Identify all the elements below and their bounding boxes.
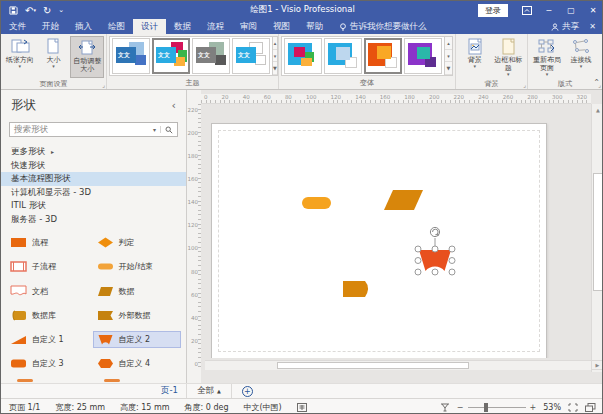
custom-3-shape-icon [10,358,27,369]
search-icon[interactable] [161,126,177,134]
more-shapes-item[interactable]: 更多形状▸ [1,145,186,159]
status-height[interactable]: 高度: 15 mm [120,402,170,413]
tab-help[interactable]: 帮助 [298,19,331,34]
search-shapes-input[interactable]: 搜索形状 ▾ [9,122,178,137]
themes-scroll-up-icon[interactable]: ▴ [273,37,277,50]
presentation-mode-icon[interactable] [440,403,450,412]
category-computers-monitors[interactable]: 计算机和显示器 - 3D [1,186,186,200]
status-width[interactable]: 宽度: 25 mm [55,402,105,413]
share-button[interactable]: 共享 [551,21,579,33]
status-language[interactable]: 中文(中国) [243,402,281,413]
shape-data[interactable] [384,190,423,210]
stencil-item-custom-2[interactable]: 自定义 2 [94,332,181,347]
tab-home[interactable]: 开始 [34,19,67,34]
stencil-item-document[interactable]: 文档 [7,283,94,299]
all-pages-button[interactable]: 全部▲ [187,384,232,398]
undo-icon[interactable]: ↶▾ [25,5,36,16]
ribbon-display-options-icon[interactable] [516,1,538,19]
theme-thumbnail-3[interactable]: 文文 [192,38,230,74]
background-button[interactable]: 背景 ▾ [458,36,492,78]
variant-thumbnail-3-selected[interactable] [364,38,402,74]
zoom-out-icon[interactable]: − [457,403,464,412]
tab-file[interactable]: 文件 [1,19,34,34]
stencil-item-decision[interactable]: 判定 [94,235,181,250]
zoom-slider-thumb[interactable] [484,403,488,412]
canvas-viewport[interactable] [201,104,591,358]
zoom-slider[interactable]: − + [457,403,536,412]
shape-custom-1[interactable] [343,280,371,297]
collapse-panel-icon[interactable]: ‹ [172,99,176,112]
category-basic-flowchart[interactable]: 基本流程图形状 [1,172,186,186]
minimize-icon[interactable]: ─ [538,1,560,19]
page-setup-dialog-launcher-icon[interactable]: ⌟ [102,81,105,88]
tab-view[interactable]: 视图 [265,19,298,34]
tab-data[interactable]: 数据 [166,19,199,34]
v-scroll-thumb[interactable] [593,173,603,291]
status-page-count[interactable]: 页面 1/1 [9,402,40,413]
themes-gallery-more-icon[interactable]: ▼ [273,62,277,75]
tab-insert[interactable]: 插入 [67,19,100,34]
stencil-item-subprocess[interactable]: 子流程 [7,259,94,274]
stencil-item-database[interactable]: 数据库 [7,308,94,323]
category-quick-shapes[interactable]: 快速形状 [1,159,186,173]
variant-thumbnail-4[interactable] [404,38,442,74]
stencil-item-start-end[interactable]: 开始/结束 [94,259,181,274]
variant-thumbnail-2[interactable] [324,38,362,74]
h-scroll-thumb[interactable] [277,362,469,369]
page-tab-1[interactable]: 页-1 [153,384,187,398]
backgrounds-dialog-launcher-icon[interactable]: ⌟ [523,81,526,88]
stencil-item-external-data[interactable]: 外部数据 [94,308,181,323]
save-icon[interactable] [9,6,18,15]
tab-review[interactable]: 审阅 [232,19,265,34]
tell-me-box[interactable]: 告诉我你想要做什么 [331,19,435,34]
scroll-up-icon[interactable]: ▲ [592,104,603,115]
variants-scroll-down-icon[interactable]: ▾ [445,50,452,63]
stencil-item-custom-1[interactable]: 自定义 1 [7,332,94,347]
tab-process[interactable]: 流程 [199,19,232,34]
tab-design[interactable]: 设计 [133,19,166,34]
stencil-item-data[interactable]: 数据 [94,283,181,299]
shape-custom-2-selected[interactable] [406,223,470,285]
stencil-item-process[interactable]: 流程 [7,235,94,250]
variants-gallery-more-icon[interactable]: ▼ [445,62,452,75]
collapse-ribbon-icon[interactable]: ⌃ [593,78,600,87]
status-bar: 页面 1/1 宽度: 25 mm 高度: 15 mm 角度: 0 deg 中文(… [1,398,603,414]
borders-titles-button[interactable]: 边框和标题 ▾ [492,36,526,78]
orientation-button[interactable]: 纸张方向 ▾ [3,36,37,78]
relayout-page-button[interactable]: 重新布局页面 ▾ [530,36,564,78]
drawing-page[interactable] [211,123,547,358]
vertical-scrollbar[interactable]: ▲ ▼ [591,104,603,372]
close-document-icon[interactable]: ✕ [589,22,596,31]
close-icon[interactable]: ✕ [582,1,603,19]
tab-draw[interactable]: 绘图 [100,19,133,34]
zoom-in-icon[interactable]: + [530,403,537,412]
autosize-button[interactable]: 自动调整大小 [70,36,104,78]
size-button[interactable]: 大小 ▾ [37,36,71,78]
search-dropdown-icon[interactable]: ▾ [149,126,161,133]
connectors-button[interactable]: 连接线 ▾ [564,36,598,78]
horizontal-scrollbar[interactable] [205,360,591,370]
scroll-right-icon[interactable]: ▶ [591,360,603,370]
shape-start-end[interactable] [302,197,331,209]
variants-scroll-up-icon[interactable]: ▴ [445,37,452,50]
page-margin-guide [218,130,540,352]
theme-thumbnail-2-selected[interactable]: 文文 [152,38,190,74]
fit-page-icon[interactable] [568,403,578,412]
stencil-item-custom-3[interactable]: 自定义 3 [7,356,94,371]
sign-in-button[interactable]: 登录 [478,4,508,17]
category-itil[interactable]: ITIL 形状 [1,199,186,213]
stencil-item-custom-4[interactable]: 自定义 4 [94,356,181,371]
add-page-button[interactable]: + [242,386,253,397]
theme-thumbnail-4[interactable]: 文文 [232,38,270,74]
customize-qat-icon[interactable]: ⌄ [58,6,64,14]
drawing-canvas[interactable]: 0204060801001201401601802002202402602803… [201,90,603,383]
themes-scroll-down-icon[interactable]: ▾ [273,50,277,63]
variant-thumbnail-1[interactable] [284,38,322,74]
redo-icon[interactable]: ↻ [43,5,51,16]
zoom-percent[interactable]: 53% [543,403,561,412]
switch-windows-icon[interactable] [585,403,596,412]
status-angle[interactable]: 角度: 0 deg [185,402,229,413]
category-servers-3d[interactable]: 服务器 - 3D [1,213,186,227]
theme-thumbnail-1[interactable]: 文文 [112,38,150,74]
maximize-icon[interactable]: ▢ [560,1,582,19]
